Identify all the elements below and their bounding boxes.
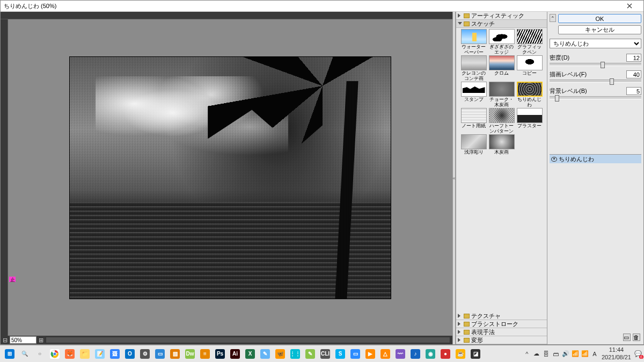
filter-thumb-label: ちりめんじわ: [516, 97, 543, 107]
cancel-button[interactable]: キャンセル: [558, 25, 641, 34]
taskbar-app-button[interactable]: X: [243, 346, 258, 361]
clock[interactable]: 11:44 2021/08/21: [602, 346, 631, 360]
taskbar-app-button[interactable]: ✎: [303, 346, 318, 361]
filter-thumb[interactable]: ちりめんじわ: [516, 82, 543, 107]
tray-icon[interactable]: 🗄: [543, 350, 550, 358]
zoom-input[interactable]: [10, 336, 36, 344]
category-distort[interactable]: 変形: [456, 336, 547, 344]
filter-thumb-image: [489, 82, 515, 97]
close-button[interactable]: [619, 1, 640, 11]
taskbar-app-button[interactable]: [47, 346, 62, 361]
taskbar-app-button[interactable]: ≡: [197, 346, 213, 361]
filter-thumb[interactable]: チョーク・木炭画: [488, 82, 515, 107]
category-brush[interactable]: ブラシストローク: [456, 320, 547, 328]
tray-icon[interactable]: A: [591, 350, 598, 358]
taskbar-app-button[interactable]: ◪: [468, 346, 483, 361]
tray-icon[interactable]: 🔊: [562, 350, 569, 358]
slider-value-input[interactable]: [626, 70, 641, 78]
scrollbar-horizontal[interactable]: [46, 337, 450, 343]
zoom-in-icon[interactable]: ⊞: [39, 337, 43, 344]
filter-thumb[interactable]: プラスター: [516, 108, 543, 133]
canvas-viewport[interactable]: 止: [8, 19, 452, 336]
effect-layer-row[interactable]: ちりめんじわ: [550, 155, 641, 163]
system-tray[interactable]: ^☁🗄🗃🔊📶📶A 11:44 2021/08/21 💬6: [523, 346, 642, 360]
filter-thumb-label: クレヨンのコンテ画: [460, 71, 487, 81]
tray-icon[interactable]: ^: [523, 350, 531, 358]
taskbar-app-button[interactable]: 🖼: [107, 346, 122, 361]
slider-thumb[interactable]: [610, 78, 614, 85]
filter-select[interactable]: ちりめんじわ: [550, 39, 641, 48]
taskbar-app-button[interactable]: Ps: [213, 346, 228, 361]
taskbar-app-button[interactable]: 🦋: [273, 346, 288, 361]
slider-row: 密度(D): [550, 54, 641, 66]
filter-thumb-image: [489, 108, 515, 123]
taskbar-app-button[interactable]: ✎: [258, 346, 273, 361]
filter-thumb[interactable]: 木炭画: [488, 134, 515, 160]
taskbar-app-button[interactable]: CLI: [318, 346, 333, 361]
slider-value-input[interactable]: [626, 87, 641, 95]
category-presentation[interactable]: 表現手法: [456, 328, 547, 336]
filter-thumb-label: プラスター: [517, 124, 541, 133]
category-texture[interactable]: テクスチャ: [456, 312, 547, 320]
filter-thumb[interactable]: コピー: [516, 55, 543, 81]
category-artistic[interactable]: アーティスティック: [456, 12, 547, 20]
taskbar-app-button[interactable]: S: [333, 346, 348, 361]
taskbar-app-button[interactable]: O: [122, 346, 137, 361]
ok-button[interactable]: OK: [558, 14, 641, 23]
taskbar-app-button[interactable]: ♪: [408, 346, 423, 361]
filter-thumb[interactable]: ぎざぎざのエッジ: [488, 29, 515, 54]
filter-thumb[interactable]: ウォーターペーパー: [460, 29, 487, 54]
taskbar-app-button[interactable]: ▧: [167, 346, 182, 361]
category-sketch[interactable]: スケッチ: [456, 20, 547, 28]
tray-icon[interactable]: 📶: [572, 350, 579, 358]
filter-thumb[interactable]: グラフィックペン: [516, 29, 543, 54]
tray-icon[interactable]: 📶: [581, 350, 589, 358]
filter-thumb[interactable]: クロム: [488, 55, 515, 81]
taskbar-app-button[interactable]: ▭: [152, 346, 167, 361]
taskbar-app-button[interactable]: ●: [438, 346, 453, 361]
slider-value-input[interactable]: [626, 54, 641, 62]
taskbar-app-button[interactable]: 🔍: [17, 346, 32, 361]
collapse-toggle[interactable]: ⌃: [550, 14, 556, 22]
slider-track[interactable]: [550, 96, 641, 99]
zoom-out-icon[interactable]: ⊟: [3, 337, 8, 344]
filter-thumb-image: [461, 108, 487, 123]
titlebar[interactable]: ちりめんじわ (50%): [1, 1, 643, 12]
filter-thumb[interactable]: 浅浮彫り: [460, 134, 487, 160]
taskbar[interactable]: ⊞🔍○🦊📁📝🖼O⚙▭▧Dw≡PsAiX✎🦋⋮⋮✎CLIS▭▶△〰♪◉●☕◪ ^☁…: [0, 345, 644, 362]
notification-icon[interactable]: 💬6: [634, 350, 642, 358]
taskbar-app-button[interactable]: 📁: [77, 346, 92, 361]
eye-icon[interactable]: [551, 157, 557, 162]
slider-thumb[interactable]: [601, 62, 605, 68]
filter-thumb[interactable]: クレヨンのコンテ画: [460, 55, 487, 81]
taskbar-app-button[interactable]: 🦊: [62, 346, 77, 361]
canvas-marker: 止: [9, 277, 16, 282]
taskbar-app-button[interactable]: ⋮⋮: [288, 346, 303, 361]
slider-track[interactable]: [550, 79, 641, 83]
taskbar-app-button[interactable]: ▭: [348, 346, 363, 361]
taskbar-app-button[interactable]: ▶: [363, 346, 378, 361]
folder-icon: [464, 13, 470, 18]
canvas-statusbar: ⊟ ⊞: [1, 336, 452, 344]
slider-thumb[interactable]: [555, 95, 559, 102]
filter-thumb[interactable]: スタンプ: [460, 82, 487, 107]
taskbar-app-button[interactable]: ☕: [453, 346, 468, 361]
taskbar-app-button[interactable]: ⚙: [137, 346, 152, 361]
delete-effect-layer-button[interactable]: 🗑: [633, 334, 640, 341]
taskbar-app-button[interactable]: ⊞: [2, 346, 17, 361]
taskbar-app-button[interactable]: Dw: [182, 346, 197, 361]
filter-thumb[interactable]: ハーフトーンパターン: [488, 108, 515, 133]
taskbar-app-button[interactable]: △: [378, 346, 393, 361]
filter-thumb[interactable]: ノート用紙: [460, 108, 487, 133]
taskbar-app-button[interactable]: ○: [32, 346, 47, 361]
slider-track[interactable]: [550, 63, 641, 66]
taskbar-app-button[interactable]: ◉: [423, 346, 438, 361]
new-effect-layer-button[interactable]: ▭: [623, 334, 631, 341]
tray-icon[interactable]: 🗃: [552, 350, 560, 358]
taskbar-app-button[interactable]: 📝: [92, 346, 107, 361]
chevron-right-icon: [458, 314, 462, 318]
taskbar-app-button[interactable]: Ai: [228, 346, 243, 361]
tray-icon[interactable]: ☁: [533, 350, 540, 358]
filter-thumb-label: コピー: [522, 71, 537, 81]
taskbar-app-button[interactable]: 〰: [393, 346, 408, 361]
